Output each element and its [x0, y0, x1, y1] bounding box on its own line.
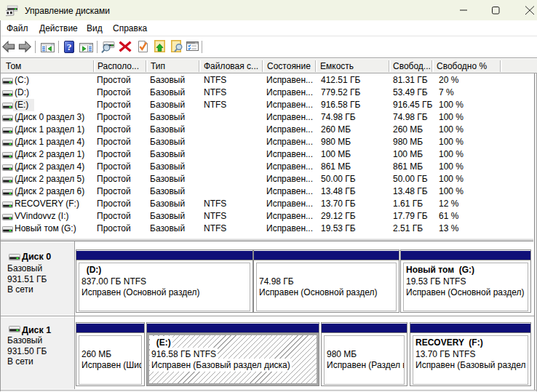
svg-text:?: ? [67, 41, 72, 52]
